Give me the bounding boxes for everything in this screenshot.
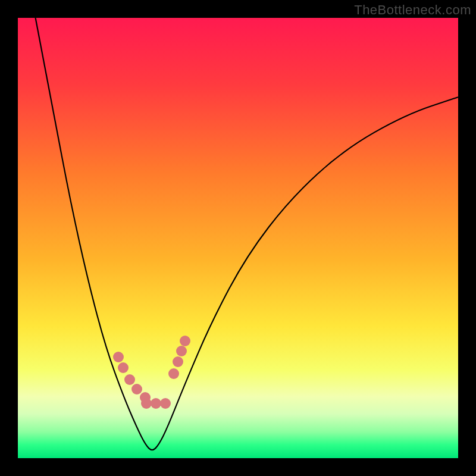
marker-dot xyxy=(141,398,152,409)
marker-dot xyxy=(176,346,187,356)
curve-layer xyxy=(18,18,458,458)
marker-dot xyxy=(160,398,171,409)
marker-dot xyxy=(113,352,124,362)
plot-area xyxy=(18,18,458,458)
marker-dot xyxy=(131,384,142,394)
bottleneck-curve xyxy=(36,18,458,450)
marker-dot xyxy=(124,374,135,385)
marker-dot xyxy=(180,336,190,346)
marker-dot xyxy=(118,362,129,373)
marker-dot xyxy=(168,368,179,379)
marker-dot xyxy=(151,398,161,409)
chart-frame: TheBottleneck.com xyxy=(0,0,476,476)
watermark-text: TheBottleneck.com xyxy=(354,2,471,18)
marker-dot xyxy=(173,356,183,367)
